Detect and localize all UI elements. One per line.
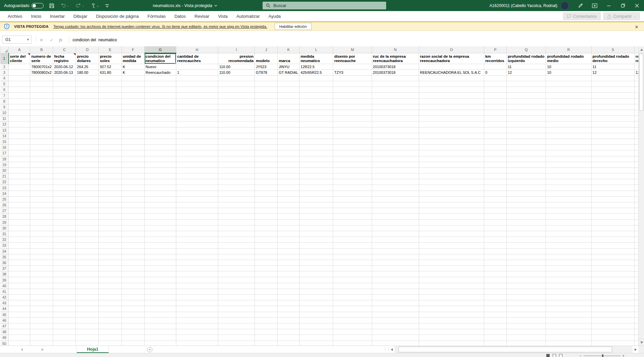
cell-E3[interactable]: 631.80 bbox=[99, 69, 122, 75]
cell-H47[interactable] bbox=[176, 323, 218, 329]
cell-O45[interactable] bbox=[419, 312, 484, 317]
cell-P14[interactable] bbox=[484, 133, 507, 139]
cell-G26[interactable] bbox=[144, 202, 176, 208]
cell-I33[interactable] bbox=[218, 243, 255, 248]
cell-I32[interactable] bbox=[218, 237, 255, 243]
cell-C42[interactable] bbox=[53, 295, 76, 300]
cell-D29[interactable] bbox=[76, 219, 99, 225]
cell-B33[interactable] bbox=[30, 243, 53, 248]
cell-P12[interactable] bbox=[484, 121, 507, 127]
cancel-entry-icon[interactable]: ✕ bbox=[40, 38, 43, 43]
cell-S30[interactable] bbox=[591, 225, 634, 231]
cell-F16[interactable] bbox=[122, 145, 144, 150]
formula-input[interactable]: condicion del neumatico bbox=[73, 38, 117, 42]
cell-E41[interactable] bbox=[99, 289, 122, 294]
cell-D37[interactable] bbox=[76, 266, 99, 271]
row-header-43[interactable]: 43 bbox=[0, 300, 9, 306]
cell-F26[interactable] bbox=[122, 202, 144, 208]
cell-S28[interactable] bbox=[591, 214, 634, 219]
cell-M11[interactable] bbox=[333, 116, 372, 121]
row-header-33[interactable]: 33 bbox=[0, 243, 9, 248]
row-header-21[interactable]: 21 bbox=[0, 173, 9, 179]
cell-O14[interactable] bbox=[419, 133, 484, 139]
cell-J25[interactable] bbox=[255, 196, 278, 202]
cell-T22[interactable] bbox=[634, 179, 638, 185]
cell-J22[interactable] bbox=[255, 179, 278, 185]
cell-B49[interactable] bbox=[30, 335, 53, 341]
cell-P25[interactable] bbox=[484, 196, 507, 202]
cell-B47[interactable] bbox=[30, 323, 53, 329]
cell-S46[interactable] bbox=[591, 317, 634, 323]
cell-D47[interactable] bbox=[76, 323, 99, 329]
cell-L16[interactable] bbox=[300, 145, 333, 150]
cell-J44[interactable] bbox=[255, 306, 278, 312]
cell-A37[interactable] bbox=[9, 266, 30, 271]
cell-I20[interactable] bbox=[218, 167, 255, 173]
cell-D1[interactable]: precio dolares bbox=[76, 53, 99, 64]
cell-J14[interactable] bbox=[255, 133, 278, 139]
cell-F14[interactable] bbox=[122, 133, 144, 139]
cell-H43[interactable] bbox=[176, 300, 218, 306]
cell-K4[interactable] bbox=[278, 75, 300, 81]
cell-Q24[interactable] bbox=[507, 191, 546, 196]
cell-R32[interactable] bbox=[546, 237, 591, 243]
cell-Q46[interactable] bbox=[507, 317, 546, 323]
cell-H42[interactable] bbox=[176, 295, 218, 300]
redo-dropdown-icon[interactable]: ⌄ bbox=[82, 4, 85, 7]
cell-K20[interactable] bbox=[278, 167, 300, 173]
cell-M4[interactable] bbox=[333, 75, 372, 81]
cell-N30[interactable] bbox=[372, 225, 419, 231]
cell-C36[interactable] bbox=[53, 260, 76, 265]
cell-R5[interactable] bbox=[546, 81, 591, 87]
cell-O39[interactable] bbox=[419, 277, 484, 283]
cell-T32[interactable] bbox=[634, 237, 638, 243]
cell-K42[interactable] bbox=[278, 295, 300, 300]
cell-N10[interactable] bbox=[372, 110, 419, 116]
cell-F33[interactable] bbox=[122, 243, 144, 248]
cell-J37[interactable] bbox=[255, 266, 278, 271]
cell-G46[interactable] bbox=[144, 317, 176, 323]
cell-S50[interactable] bbox=[591, 341, 634, 346]
cell-R29[interactable] bbox=[546, 219, 591, 225]
cell-A20[interactable] bbox=[9, 167, 30, 173]
cell-F10[interactable] bbox=[122, 110, 144, 116]
cell-N17[interactable] bbox=[372, 150, 419, 156]
cell-L21[interactable] bbox=[300, 173, 333, 179]
cell-K36[interactable] bbox=[278, 260, 300, 265]
cell-R3[interactable]: 10 bbox=[546, 69, 591, 75]
cell-E39[interactable] bbox=[99, 277, 122, 283]
row-header-3[interactable]: 3 bbox=[0, 69, 9, 75]
cell-D30[interactable] bbox=[76, 225, 99, 231]
cell-S1[interactable]: profundidad rodado derecho bbox=[591, 53, 634, 64]
cell-G18[interactable] bbox=[144, 156, 176, 162]
cell-O36[interactable] bbox=[419, 260, 484, 265]
cell-L44[interactable] bbox=[300, 306, 333, 312]
cell-T24[interactable] bbox=[634, 191, 638, 196]
cell-O22[interactable] bbox=[419, 179, 484, 185]
column-header-S[interactable]: S bbox=[591, 46, 634, 53]
cell-C43[interactable] bbox=[53, 300, 76, 306]
zoom-slider-track[interactable] bbox=[584, 356, 620, 356]
cell-T9[interactable] bbox=[634, 104, 638, 110]
cell-D50[interactable] bbox=[76, 341, 99, 346]
customize-quick-access-button[interactable] bbox=[104, 0, 110, 11]
cell-J3[interactable]: GT878 bbox=[255, 69, 278, 75]
cell-G2[interactable]: Nuevo bbox=[144, 64, 176, 69]
cell-S45[interactable] bbox=[591, 312, 634, 317]
row-header-9[interactable]: 9 bbox=[0, 104, 9, 110]
cell-H29[interactable] bbox=[176, 219, 218, 225]
cell-A30[interactable] bbox=[9, 225, 30, 231]
cell-P20[interactable] bbox=[484, 167, 507, 173]
cell-K19[interactable] bbox=[278, 162, 300, 167]
cell-I3[interactable]: 110.00 bbox=[218, 69, 255, 75]
cell-K30[interactable] bbox=[278, 225, 300, 231]
cell-I23[interactable] bbox=[218, 185, 255, 191]
cell-P37[interactable] bbox=[484, 266, 507, 271]
cell-R41[interactable] bbox=[546, 289, 591, 294]
cell-L7[interactable] bbox=[300, 93, 333, 98]
cell-F11[interactable] bbox=[122, 116, 144, 121]
cell-E25[interactable] bbox=[99, 196, 122, 202]
cell-B9[interactable] bbox=[30, 104, 53, 110]
cell-B36[interactable] bbox=[30, 260, 53, 265]
cell-G32[interactable] bbox=[144, 237, 176, 243]
